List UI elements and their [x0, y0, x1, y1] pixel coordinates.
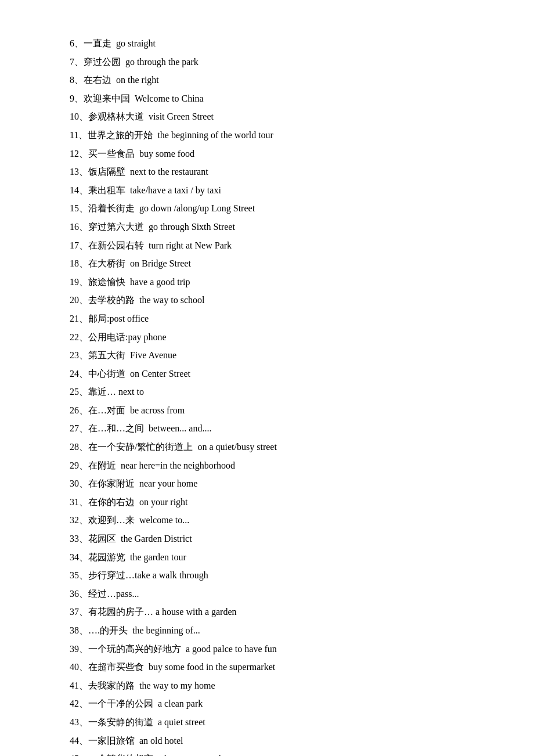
list-item: 13、饭店隔壁 next to the restaurant	[70, 163, 488, 181]
list-item: 36、经过…pass...	[70, 585, 488, 603]
list-item: 10、参观格林大道 visit Green Street	[70, 108, 488, 125]
list-item: 45、一个繁华的超市 a busy supermarket	[70, 750, 488, 756]
list-item: 26、在…对面 be across from	[70, 402, 488, 419]
list-item: 32、欢迎到…来 welcome to...	[70, 512, 488, 529]
list-item: 19、旅途愉快 have a good trip	[70, 273, 488, 291]
list-item: 14、乘出租车 take/have a taxi / by taxi	[70, 182, 488, 199]
list-item: 37、有花园的房子… a house with a garden	[70, 603, 488, 621]
list-item: 30、在你家附近 near your home	[70, 475, 488, 492]
list-item: 31、在你的右边 on your right	[70, 494, 488, 511]
list-item: 22、公用电话:pay phone	[70, 329, 488, 346]
list-item: 15、沿着长街走 go down /along/up Long Street	[70, 200, 488, 217]
list-item: 7、穿过公园 go through the park	[70, 53, 488, 71]
list-item: 34、花园游览 the garden tour	[70, 549, 488, 566]
list-item: 44、一家旧旅馆 an old hotel	[70, 732, 488, 750]
list-item: 29、在附近 near here=in the neighborhood	[70, 457, 488, 474]
list-item: 12、买一些食品 buy some food	[70, 145, 488, 163]
list-item: 16、穿过第六大道 go through Sixth Street	[70, 218, 488, 236]
list-item: 28、在一个安静/繁忙的街道上 on a quiet/busy street	[70, 438, 488, 456]
list-item: 33、花园区 the Garden District	[70, 530, 488, 548]
list-item: 27、在…和…之间 between... and....	[70, 420, 488, 437]
list-item: 8、在右边 on the right	[70, 71, 488, 89]
list-item: 40、在超市买些食 buy some food in the supermark…	[70, 658, 488, 676]
list-item: 39、一个玩的高兴的好地方 a good palce to have fun	[70, 640, 488, 658]
list-item: 6、一直走 go straight	[70, 35, 488, 52]
list-item: 38、….的开头 the beginning of...	[70, 622, 488, 639]
list-item: 21、邮局:post office	[70, 310, 488, 327]
list-item: 11、世界之旅的开始 the beginning of the world to…	[70, 127, 488, 144]
list-item: 20、去学校的路 the way to school	[70, 291, 488, 309]
list-item: 24、中心街道 on Center Street	[70, 365, 488, 383]
list-item: 9、欢迎来中国 Welcome to China	[70, 90, 488, 107]
list-item: 43、一条安静的街道 a quiet street	[70, 714, 488, 731]
list-item: 41、去我家的路 the way to my home	[70, 677, 488, 694]
list-item: 42、一个干净的公园 a clean park	[70, 695, 488, 712]
list-item: 17、在新公园右转 turn right at New Park	[70, 237, 488, 254]
main-content: 6、一直走 go straight7、穿过公园 go through the p…	[70, 35, 488, 756]
list-item: 23、第五大街 Five Avenue	[70, 347, 488, 364]
list-item: 18、在大桥街 on Bridge Street	[70, 255, 488, 272]
list-item: 25、靠近… next to	[70, 383, 488, 401]
list-item: 35、步行穿过…take a walk through	[70, 567, 488, 584]
